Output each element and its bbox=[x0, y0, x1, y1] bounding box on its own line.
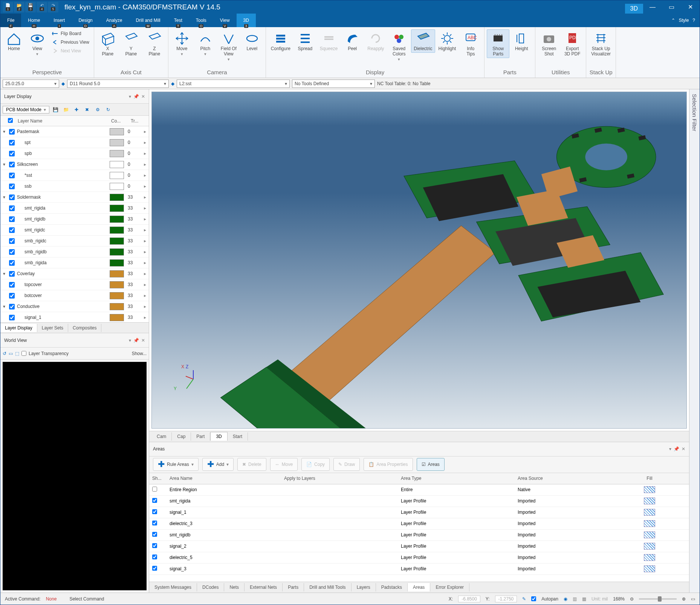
rule-areas-button[interactable]: ✚Rule Areas▾ bbox=[153, 458, 199, 471]
spread-button[interactable]: Spread bbox=[294, 29, 316, 53]
move-area-button[interactable]: ↔Move bbox=[270, 458, 298, 471]
zoom-in-icon[interactable]: ⊕ bbox=[682, 596, 686, 602]
layer-row[interactable]: smt_rigidc33▸ bbox=[0, 225, 149, 236]
tab-sysmsg[interactable]: System Messages bbox=[149, 583, 197, 591]
squeeze-button[interactable]: Squeeze bbox=[317, 29, 340, 53]
layer-checkbox[interactable] bbox=[9, 227, 15, 233]
export3dpdf-button[interactable]: PDFExport 3D PDF bbox=[561, 29, 584, 58]
wv-close-icon[interactable]: ✕ bbox=[141, 338, 145, 343]
menu-analyze[interactable]: AnalyzeA bbox=[99, 14, 129, 27]
area-row[interactable]: signal_3Layer ProfileImported bbox=[149, 564, 689, 575]
stackup-button[interactable]: Stack Up Visualizer bbox=[588, 29, 613, 58]
render-mode1-icon[interactable]: ◉ bbox=[564, 596, 567, 602]
render-mode3-icon[interactable]: ▦ bbox=[582, 596, 586, 602]
layer-swatch[interactable] bbox=[110, 183, 124, 190]
area-row[interactable]: Entire RegionEntireNative bbox=[149, 484, 689, 496]
autopan-checkbox[interactable] bbox=[531, 596, 536, 601]
qat-btn-1[interactable]: 📄1 bbox=[3, 2, 13, 12]
peel-button[interactable]: Peel bbox=[341, 29, 364, 53]
fill-swatch[interactable] bbox=[644, 543, 655, 550]
zoom-fit-icon[interactable]: ▭ bbox=[691, 596, 695, 602]
wv-fit-icon[interactable]: ⬚ bbox=[15, 351, 19, 356]
save-icon[interactable]: 💾 bbox=[51, 105, 60, 114]
layer-checkbox[interactable] bbox=[9, 129, 15, 135]
next-view-button[interactable]: Next View bbox=[49, 47, 92, 55]
tab-cam[interactable]: Cam bbox=[151, 432, 172, 441]
render-mode2-icon[interactable]: ▥ bbox=[573, 596, 577, 602]
xplane-button[interactable]: X Plane bbox=[96, 29, 119, 58]
minimize-button[interactable]: — bbox=[643, 0, 662, 14]
tab-3d[interactable]: 3D bbox=[210, 432, 227, 441]
worldview-canvas[interactable] bbox=[3, 362, 147, 590]
prev-view-button[interactable]: Previous View bbox=[49, 38, 92, 46]
area-checkbox[interactable] bbox=[152, 509, 157, 514]
qat-btn-2[interactable]: 📂2 bbox=[14, 2, 24, 12]
areas-pin-icon[interactable]: 📌 bbox=[674, 446, 679, 452]
layer-checkbox[interactable] bbox=[9, 315, 15, 320]
snap-icon[interactable]: ✎ bbox=[522, 596, 526, 602]
layer-checkbox[interactable] bbox=[9, 173, 15, 178]
area-checkbox[interactable] bbox=[152, 487, 157, 492]
tab-layer-sets[interactable]: Layer Sets bbox=[37, 324, 68, 332]
area-row[interactable]: smt_rigidbLayer ProfileImported bbox=[149, 530, 689, 541]
highlight-button[interactable]: Highlight bbox=[436, 29, 459, 53]
layer-row[interactable]: signal_133▸ bbox=[0, 312, 149, 322]
maximize-button[interactable]: ▭ bbox=[662, 0, 681, 14]
reapply-button[interactable]: Reapply bbox=[364, 29, 387, 53]
fill-swatch[interactable] bbox=[644, 554, 655, 561]
layer-checkbox[interactable] bbox=[9, 151, 15, 156]
layer-row[interactable]: ▾Soldermask33▸ bbox=[0, 192, 149, 203]
areas-close-icon[interactable]: ✕ bbox=[682, 446, 685, 452]
tab-extnets[interactable]: External Nets bbox=[245, 583, 283, 591]
tab-bparts[interactable]: Parts bbox=[283, 583, 304, 591]
flip-board-button[interactable]: Flip Board bbox=[49, 29, 92, 38]
tab-drilltools[interactable]: Drill and Mill Tools bbox=[304, 583, 351, 591]
all-layers-checkbox[interactable] bbox=[8, 118, 13, 123]
area-checkbox[interactable] bbox=[152, 543, 157, 548]
layer-checkbox[interactable] bbox=[9, 162, 15, 167]
fill-swatch[interactable] bbox=[644, 520, 655, 527]
yplane-button[interactable]: Y Plane bbox=[120, 29, 142, 58]
layer-checkbox[interactable] bbox=[9, 304, 15, 309]
layer-list[interactable]: ▾Pastemask0▸spt0▸spb0▸▾Silkscreen0▸*sst0… bbox=[0, 126, 149, 322]
layer-checkbox[interactable] bbox=[9, 282, 15, 288]
adjust-icon[interactable]: ⚙ bbox=[93, 105, 102, 114]
tab-nets[interactable]: Nets bbox=[224, 583, 245, 591]
tab-cap[interactable]: Cap bbox=[172, 432, 191, 441]
layer-swatch[interactable] bbox=[110, 281, 124, 288]
panel-close-icon[interactable]: ✕ bbox=[141, 94, 145, 99]
area-checkbox[interactable] bbox=[152, 521, 157, 525]
infotips-button[interactable]: ABCInfo Tips bbox=[459, 29, 482, 58]
help-icon[interactable]: ? bbox=[692, 18, 695, 23]
layer-swatch[interactable] bbox=[110, 216, 124, 223]
delete-area-button[interactable]: ✖Delete bbox=[237, 458, 266, 471]
menu-test[interactable]: TestT bbox=[167, 14, 189, 27]
layer-row[interactable]: topcover33▸ bbox=[0, 279, 149, 290]
layer-checkbox[interactable] bbox=[9, 216, 15, 222]
areas-grid[interactable]: Sh... Area Name Apply to Layers Area Typ… bbox=[149, 473, 689, 582]
layer-row[interactable]: smb_rigidc33▸ bbox=[0, 236, 149, 247]
zplane-button[interactable]: Z Plane bbox=[143, 29, 166, 58]
menu-3d[interactable]: 3D3 bbox=[237, 14, 256, 27]
ribbon-help-icon[interactable]: ⌃ bbox=[671, 18, 675, 23]
layer-mode-select[interactable]: PCB Model Mode ▾ bbox=[3, 106, 49, 113]
menu-view[interactable]: ViewV bbox=[213, 14, 237, 27]
wv-show-dropdown[interactable]: Show... bbox=[132, 351, 147, 356]
area-checkbox[interactable] bbox=[152, 554, 157, 559]
draw-area-button[interactable]: ✎Draw bbox=[333, 458, 360, 471]
layer-swatch[interactable] bbox=[110, 128, 124, 135]
tab-layer-display[interactable]: Layer Display bbox=[0, 324, 37, 332]
layer-checkbox[interactable] bbox=[9, 195, 15, 200]
wv-zoom-icon[interactable]: ▭ bbox=[9, 351, 13, 356]
panel-pin-icon[interactable]: 📌 bbox=[133, 94, 139, 99]
tab-blayers[interactable]: Layers bbox=[352, 583, 376, 591]
layer-swatch[interactable] bbox=[110, 205, 124, 212]
3d-viewport[interactable]: XZY bbox=[151, 92, 687, 429]
layer-checkbox[interactable] bbox=[9, 140, 15, 146]
menu-tools[interactable]: ToolsO bbox=[189, 14, 213, 27]
layer-row[interactable]: ▾Coverlay33▸ bbox=[0, 268, 149, 279]
tab-part[interactable]: Part bbox=[191, 432, 210, 441]
menu-file[interactable]: FileF bbox=[0, 14, 21, 27]
layer-swatch[interactable] bbox=[110, 259, 124, 267]
areas-toggle-button[interactable]: ☑Areas bbox=[417, 458, 445, 471]
